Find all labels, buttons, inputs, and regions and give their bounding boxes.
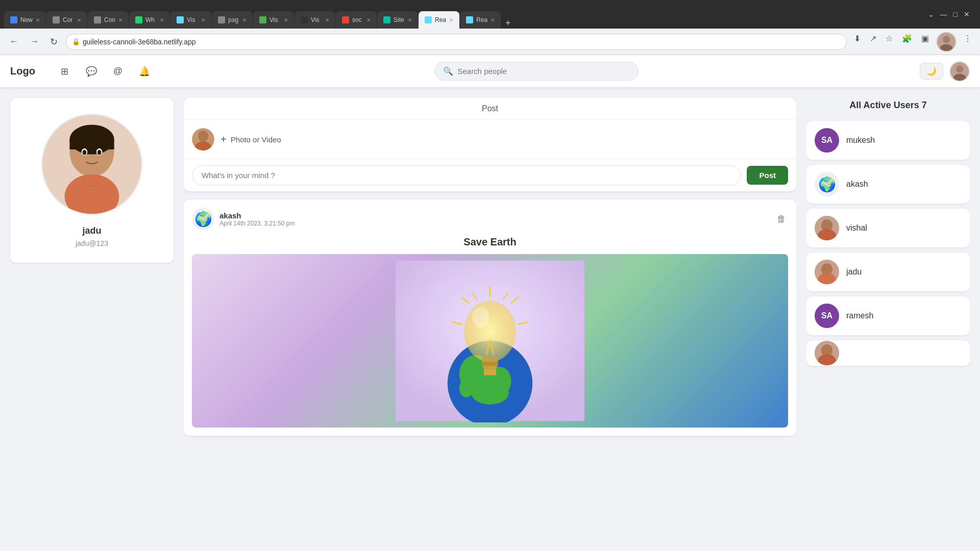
top-nav: Logo ⊞ 💬 @ 🔔 🔍 🌙 <box>0 55 980 88</box>
tab-close[interactable]: ✕ <box>118 17 122 23</box>
tab-label: Con <box>104 16 115 23</box>
post-timestamp: April 14th 2023, 3:21:50 pm <box>219 220 770 227</box>
user-card-akash[interactable]: 🌍 akash <box>806 165 970 204</box>
post-box-title: Post <box>184 98 796 120</box>
download-icon[interactable]: ⬇ <box>852 32 863 52</box>
tab-site[interactable]: Site ✕ <box>377 11 418 29</box>
user-name-vishal: vishal <box>846 223 867 233</box>
author-globe-avatar: 🌍 <box>192 208 214 230</box>
tab-wh[interactable]: Wh ✕ <box>129 11 170 29</box>
svg-point-24 <box>471 381 509 405</box>
tab-close[interactable]: ✕ <box>36 17 40 23</box>
tab-close[interactable]: ✕ <box>449 17 453 23</box>
mentions-button[interactable]: @ <box>109 62 127 81</box>
main-content: jadu jadu@123 Post <box>0 88 980 551</box>
user-name-jadu: jadu <box>846 267 862 277</box>
reload-button[interactable]: ↻ <box>47 34 61 49</box>
tab-new[interactable]: New ✕ <box>4 11 46 29</box>
user-card-unknown[interactable] <box>806 340 970 366</box>
tab-vis2[interactable]: Vis ✕ <box>253 11 294 29</box>
minimize-icon[interactable]: — <box>940 10 947 18</box>
tab-close[interactable]: ✕ <box>284 17 288 23</box>
tab-rea2[interactable]: Rea ✕ <box>460 11 501 29</box>
messages-button[interactable]: 💬 <box>82 62 101 81</box>
svg-rect-28 <box>482 357 498 362</box>
address-bar-row: ← → ↻ 🔒 ⬇ ↗ ☆ 🧩 ▣ ⋮ <box>0 29 980 55</box>
post-delete-button[interactable]: 🗑 <box>775 212 788 227</box>
post-text-input[interactable] <box>192 165 741 185</box>
post-submit-button[interactable]: Post <box>747 166 788 185</box>
user-card-mukesh[interactable]: SA mukesh <box>806 121 970 160</box>
close-icon[interactable]: ✕ <box>964 10 970 18</box>
logo: Logo <box>10 65 35 77</box>
tab-rea1[interactable]: Rea ✕ <box>419 11 459 29</box>
address-input[interactable] <box>66 34 847 50</box>
forward-button[interactable]: → <box>27 34 42 49</box>
user-name-mukesh: mukesh <box>846 136 875 145</box>
user-avatar-ramesh: SA <box>815 304 839 328</box>
svg-point-26 <box>464 300 516 362</box>
feed-post-card: 🌍 akash April 14th 2023, 3:21:50 pm 🗑 Sa… <box>184 199 796 436</box>
tab-favicon <box>383 16 390 23</box>
search-input-wrap[interactable]: 🔍 <box>434 62 639 81</box>
user-avatar-button[interactable] <box>949 61 970 82</box>
nav-right: 🌙 <box>920 61 970 82</box>
dark-mode-toggle[interactable]: 🌙 <box>920 63 943 80</box>
share-icon[interactable]: ↗ <box>868 32 878 52</box>
search-input[interactable] <box>457 67 630 76</box>
tab-vis3[interactable]: Vis ✕ <box>295 11 335 29</box>
browser-toolbar-icons: ⬇ ↗ ☆ 🧩 ▣ ⋮ <box>852 32 974 52</box>
bookmark-icon[interactable]: ☆ <box>884 32 895 52</box>
tab-close[interactable]: ✕ <box>242 17 247 23</box>
sidebar-icon[interactable]: ▣ <box>919 32 931 52</box>
user-avatar-vishal <box>815 216 839 240</box>
tab-label: Vis <box>270 16 281 23</box>
chevron-down-icon[interactable]: ⌄ <box>928 10 934 18</box>
tab-con[interactable]: Con ✕ <box>88 11 129 29</box>
tab-favicon <box>301 16 308 23</box>
add-media-button[interactable]: + Photo or Video <box>220 134 281 145</box>
add-post-button[interactable]: ⊞ <box>56 62 74 81</box>
svg-point-13 <box>97 150 102 155</box>
tab-close[interactable]: ✕ <box>201 17 205 23</box>
tab-label: Site <box>394 16 405 23</box>
user-card-ramesh[interactable]: SA ramesh <box>806 296 970 335</box>
post-header: 🌍 akash April 14th 2023, 3:21:50 pm 🗑 <box>192 208 788 230</box>
tab-pag[interactable]: pag ✕ <box>212 11 253 29</box>
tab-favicon <box>342 16 349 23</box>
tab-close[interactable]: ✕ <box>325 17 329 23</box>
user-card-jadu[interactable]: jadu <box>806 253 970 291</box>
tab-soc[interactable]: soc ✕ <box>336 11 377 29</box>
browser-profile-avatar[interactable] <box>936 32 957 52</box>
nav-actions: ⊞ 💬 @ 🔔 <box>56 62 154 81</box>
tab-close[interactable]: ✕ <box>408 17 412 23</box>
notifications-button[interactable]: 🔔 <box>135 62 154 81</box>
search-icon: 🔍 <box>443 66 453 76</box>
post-input-row: Post <box>184 159 796 191</box>
profile-name: jadu <box>82 226 101 236</box>
menu-icon[interactable]: ⋮ <box>962 32 974 52</box>
user-name-ramesh: ramesh <box>846 311 873 320</box>
tab-label: New <box>20 16 33 23</box>
back-button[interactable]: ← <box>6 34 21 49</box>
user-avatar-mukesh: SA <box>815 128 839 153</box>
browser-chrome: New ✕ Cor ✕ Con ✕ Wh ✕ Vis ✕ pag ✕ <box>0 0 980 29</box>
tab-cor1[interactable]: Cor ✕ <box>46 11 87 29</box>
tab-favicon <box>218 16 225 23</box>
tab-close[interactable]: ✕ <box>491 17 495 23</box>
post-author-avatar: 🌍 <box>192 208 214 230</box>
extensions-icon[interactable]: 🧩 <box>900 32 914 52</box>
tab-vis1[interactable]: Vis ✕ <box>170 11 211 29</box>
plus-icon: + <box>220 134 227 145</box>
tab-close[interactable]: ✕ <box>77 17 81 23</box>
tab-favicon <box>466 16 473 23</box>
tab-close[interactable]: ✕ <box>160 17 164 23</box>
app-wrapper: Logo ⊞ 💬 @ 🔔 🔍 🌙 <box>0 55 980 551</box>
tab-favicon <box>53 16 60 23</box>
profile-card: jadu jadu@123 <box>10 98 174 263</box>
maximize-icon[interactable]: □ <box>953 10 958 18</box>
user-card-vishal[interactable]: vishal <box>806 209 970 247</box>
new-tab-button[interactable]: + <box>501 18 515 29</box>
tab-close[interactable]: ✕ <box>366 17 371 23</box>
tab-favicon <box>10 16 17 23</box>
